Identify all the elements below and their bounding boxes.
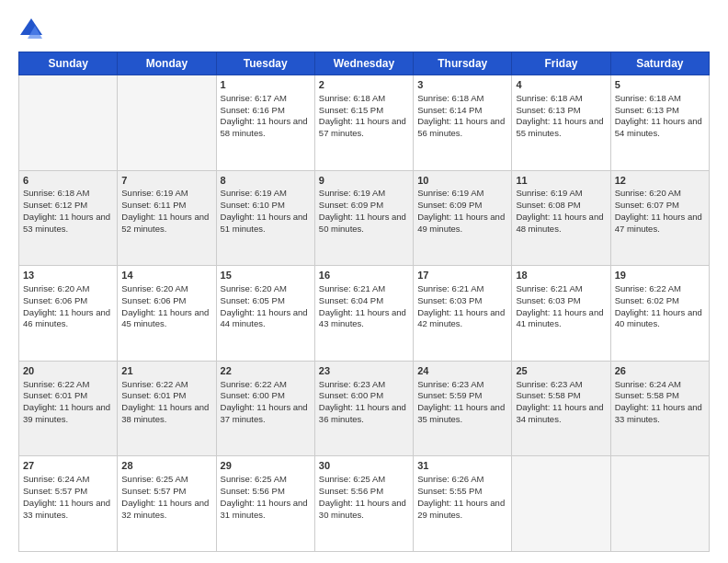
calendar-cell: 27Sunrise: 6:24 AMSunset: 5:57 PMDayligh… — [19, 456, 118, 552]
day-number: 16 — [319, 269, 409, 282]
calendar-cell: 15Sunrise: 6:20 AMSunset: 6:05 PMDayligh… — [216, 266, 314, 362]
day-number: 5 — [615, 78, 705, 92]
weekday-header: Saturday — [610, 52, 709, 75]
calendar-cell: 31Sunrise: 6:26 AMSunset: 5:55 PMDayligh… — [414, 456, 512, 552]
day-number: 29 — [221, 459, 311, 473]
calendar-cell: 4Sunrise: 6:18 AMSunset: 6:13 PMDaylight… — [512, 75, 610, 171]
calendar-cell: 20Sunrise: 6:22 AMSunset: 6:01 PMDayligh… — [19, 361, 118, 456]
weekday-header: Wednesday — [314, 52, 413, 75]
page: SundayMondayTuesdayWednesdayThursdayFrid… — [0, 0, 728, 563]
weekday-header: Thursday — [414, 52, 512, 75]
calendar-cell: 28Sunrise: 6:25 AMSunset: 5:57 PMDayligh… — [118, 456, 216, 552]
calendar-cell: 18Sunrise: 6:21 AMSunset: 6:03 PMDayligh… — [512, 266, 610, 362]
calendar-cell: 21Sunrise: 6:22 AMSunset: 6:01 PMDayligh… — [118, 361, 216, 456]
calendar-cell — [610, 456, 709, 552]
day-number: 7 — [121, 174, 211, 188]
day-number: 31 — [417, 459, 507, 473]
calendar-cell: 25Sunrise: 6:23 AMSunset: 5:58 PMDayligh… — [512, 361, 610, 456]
day-number: 18 — [516, 269, 606, 282]
calendar-cell: 2Sunrise: 6:18 AMSunset: 6:15 PMDaylight… — [314, 75, 413, 171]
day-number: 21 — [121, 364, 211, 378]
calendar-cell: 17Sunrise: 6:21 AMSunset: 6:03 PMDayligh… — [414, 266, 512, 362]
calendar-cell: 9Sunrise: 6:19 AMSunset: 6:09 PMDaylight… — [314, 170, 413, 266]
calendar-cell: 26Sunrise: 6:24 AMSunset: 5:58 PMDayligh… — [610, 361, 709, 456]
day-number: 28 — [121, 459, 211, 473]
day-number: 10 — [417, 174, 507, 188]
logo-icon — [18, 17, 44, 42]
day-number: 3 — [417, 78, 507, 92]
calendar-table: SundayMondayTuesdayWednesdayThursdayFrid… — [18, 52, 710, 552]
logo — [18, 17, 48, 42]
day-number: 6 — [23, 174, 113, 188]
calendar-cell: 13Sunrise: 6:20 AMSunset: 6:06 PMDayligh… — [19, 266, 118, 362]
day-number: 26 — [615, 364, 705, 378]
day-number: 14 — [121, 269, 211, 282]
day-number: 9 — [319, 174, 409, 188]
day-number: 30 — [319, 459, 409, 473]
day-number: 1 — [221, 78, 311, 92]
day-number: 12 — [615, 174, 705, 188]
day-number: 19 — [615, 269, 705, 282]
day-number: 15 — [221, 269, 311, 282]
day-number: 20 — [23, 364, 113, 378]
calendar-cell: 19Sunrise: 6:22 AMSunset: 6:02 PMDayligh… — [610, 266, 709, 362]
day-number: 11 — [516, 174, 606, 188]
header — [18, 17, 710, 42]
day-number: 23 — [319, 364, 409, 378]
calendar-cell: 11Sunrise: 6:19 AMSunset: 6:08 PMDayligh… — [512, 170, 610, 266]
calendar-cell — [512, 456, 610, 552]
calendar-cell: 8Sunrise: 6:19 AMSunset: 6:10 PMDaylight… — [216, 170, 314, 266]
calendar-cell: 3Sunrise: 6:18 AMSunset: 6:14 PMDaylight… — [414, 75, 512, 171]
weekday-header: Friday — [512, 52, 610, 75]
calendar-cell: 22Sunrise: 6:22 AMSunset: 6:00 PMDayligh… — [216, 361, 314, 456]
calendar-cell: 14Sunrise: 6:20 AMSunset: 6:06 PMDayligh… — [118, 266, 216, 362]
calendar-cell: 24Sunrise: 6:23 AMSunset: 5:59 PMDayligh… — [414, 361, 512, 456]
day-number: 25 — [516, 364, 606, 378]
calendar-cell: 5Sunrise: 6:18 AMSunset: 6:13 PMDaylight… — [610, 75, 709, 171]
day-number: 8 — [221, 174, 311, 188]
weekday-header: Sunday — [19, 52, 118, 75]
day-number: 22 — [221, 364, 311, 378]
calendar-cell: 16Sunrise: 6:21 AMSunset: 6:04 PMDayligh… — [314, 266, 413, 362]
calendar-cell: 1Sunrise: 6:17 AMSunset: 6:16 PMDaylight… — [216, 75, 314, 171]
calendar-cell: 10Sunrise: 6:19 AMSunset: 6:09 PMDayligh… — [414, 170, 512, 266]
calendar-cell: 29Sunrise: 6:25 AMSunset: 5:56 PMDayligh… — [216, 456, 314, 552]
day-number: 4 — [516, 78, 606, 92]
day-number: 13 — [23, 269, 113, 282]
day-number: 24 — [417, 364, 507, 378]
calendar-cell: 7Sunrise: 6:19 AMSunset: 6:11 PMDaylight… — [118, 170, 216, 266]
weekday-header: Tuesday — [216, 52, 314, 75]
day-number: 27 — [23, 459, 113, 473]
calendar-cell: 12Sunrise: 6:20 AMSunset: 6:07 PMDayligh… — [610, 170, 709, 266]
calendar-cell: 30Sunrise: 6:25 AMSunset: 5:56 PMDayligh… — [314, 456, 413, 552]
calendar-cell — [19, 75, 118, 171]
day-number: 2 — [319, 78, 409, 92]
calendar-cell: 23Sunrise: 6:23 AMSunset: 6:00 PMDayligh… — [314, 361, 413, 456]
day-number: 17 — [417, 269, 507, 282]
calendar-cell: 6Sunrise: 6:18 AMSunset: 6:12 PMDaylight… — [19, 170, 118, 266]
calendar-cell — [118, 75, 216, 171]
weekday-header: Monday — [118, 52, 216, 75]
